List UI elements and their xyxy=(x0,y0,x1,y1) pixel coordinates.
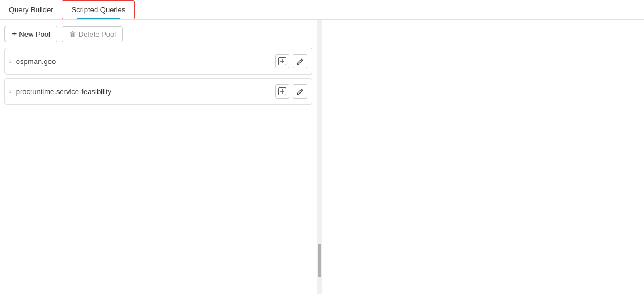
edit-pool-button[interactable] xyxy=(293,54,307,68)
add-query-button[interactable] xyxy=(275,54,289,68)
chevron-right-icon[interactable]: › xyxy=(9,88,12,95)
trash-icon: 🗑 xyxy=(69,30,76,38)
pool-item-left: › ospman.geo xyxy=(9,57,56,66)
tab-scripted-queries[interactable]: Scripted Queries xyxy=(62,0,135,19)
tab-bar: Query Builder Scripted Queries xyxy=(0,0,644,20)
pool-name: ospman.geo xyxy=(16,57,56,66)
pool-item: › procruntime.service-feasibility xyxy=(4,78,312,105)
new-pool-button[interactable]: + New Pool xyxy=(4,26,57,42)
pool-name: procruntime.service-feasibility xyxy=(16,87,111,96)
add-icon xyxy=(278,57,286,65)
scrollbar-divider xyxy=(317,20,322,294)
delete-pool-button[interactable]: 🗑 Delete Pool xyxy=(62,26,123,42)
plus-icon: + xyxy=(12,30,17,38)
pool-list: › ospman.geo xyxy=(0,48,317,294)
chevron-right-icon[interactable]: › xyxy=(9,58,12,65)
pool-item-actions xyxy=(275,54,307,68)
left-panel: + New Pool 🗑 Delete Pool › ospman.geo xyxy=(0,20,317,294)
app-container: Query Builder Scripted Queries + New Poo… xyxy=(0,0,644,294)
right-panel xyxy=(322,20,644,294)
add-query-button[interactable] xyxy=(275,84,289,99)
scroll-thumb[interactable] xyxy=(318,244,321,277)
edit-pool-button[interactable] xyxy=(293,84,307,99)
add-icon xyxy=(278,87,286,95)
edit-icon xyxy=(297,58,304,65)
pool-item: › ospman.geo xyxy=(4,48,312,75)
pool-item-left: › procruntime.service-feasibility xyxy=(9,87,111,96)
main-content: + New Pool 🗑 Delete Pool › ospman.geo xyxy=(0,20,644,294)
delete-pool-label: Delete Pool xyxy=(78,30,116,38)
edit-icon xyxy=(297,88,304,95)
new-pool-label: New Pool xyxy=(19,30,50,38)
tab-query-builder[interactable]: Query Builder xyxy=(0,0,62,19)
toolbar: + New Pool 🗑 Delete Pool xyxy=(0,20,317,48)
pool-item-actions xyxy=(275,84,307,99)
